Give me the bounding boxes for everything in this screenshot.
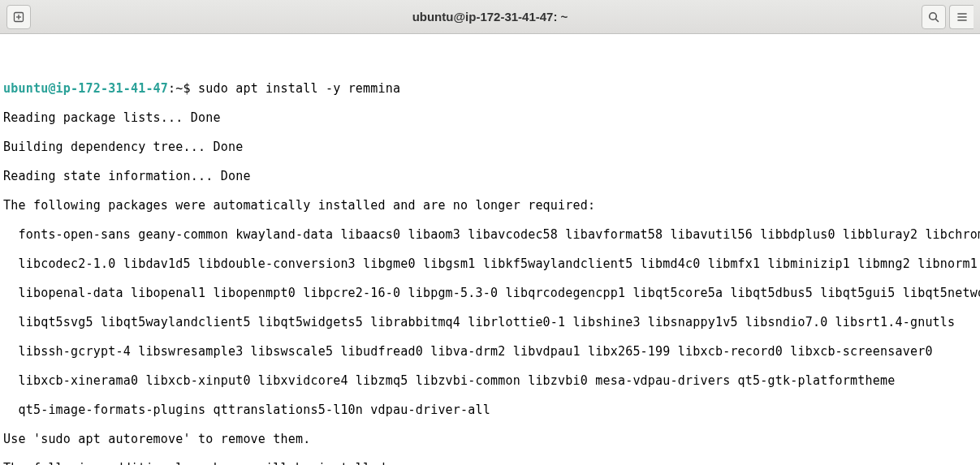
new-tab-button[interactable] (6, 5, 31, 29)
menu-button[interactable] (949, 5, 974, 29)
window-title: ubuntu@ip-172-31-41-47: ~ (412, 10, 568, 24)
terminal-output[interactable]: ubuntu@ip-172-31-41-47:~$ sudo apt insta… (0, 34, 980, 465)
prompt-user-host: ubuntu@ip-172-31-41-47 (3, 81, 168, 96)
search-button[interactable] (922, 5, 946, 29)
output-line: qt5-image-formats-plugins qttranslations… (3, 403, 977, 417)
output-line: The following packages were automaticall… (3, 198, 977, 213)
command-text: sudo apt install -y remmina (198, 81, 400, 96)
output-line: libssh-gcrypt-4 libswresample3 libswscal… (3, 344, 977, 359)
output-line: Use 'sudo apt autoremove' to remove them… (3, 432, 977, 446)
svg-line-4 (935, 19, 938, 21)
prompt-line: ubuntu@ip-172-31-41-47:~$ sudo apt insta… (3, 81, 977, 96)
output-line: libqt5svg5 libqt5waylandclient5 libqt5wi… (3, 315, 977, 329)
prompt-separator: : (168, 81, 175, 96)
output-line: libcodec2-1.0 libdav1d5 libdouble-conver… (3, 256, 977, 271)
prompt-path: ~ (175, 81, 183, 96)
search-icon (927, 11, 940, 24)
output-line: fonts-open-sans geany-common kwayland-da… (3, 227, 977, 242)
new-tab-icon (12, 11, 25, 24)
output-line: The following additional packages will b… (3, 461, 977, 465)
output-line: libopenal-data libopenal1 libopenmpt0 li… (3, 286, 977, 300)
output-line: Reading package lists... Done (3, 110, 977, 125)
titlebar-left (5, 5, 32, 29)
titlebar-right (920, 5, 975, 29)
prompt-symbol: $ (183, 81, 191, 96)
output-line: libxcb-xinerama0 libxcb-xinput0 libxvidc… (3, 373, 977, 388)
output-line: Building dependency tree... Done (3, 140, 977, 154)
window-titlebar: ubuntu@ip-172-31-41-47: ~ (0, 0, 980, 34)
menu-icon (956, 11, 969, 24)
output-line: Reading state information... Done (3, 169, 977, 183)
